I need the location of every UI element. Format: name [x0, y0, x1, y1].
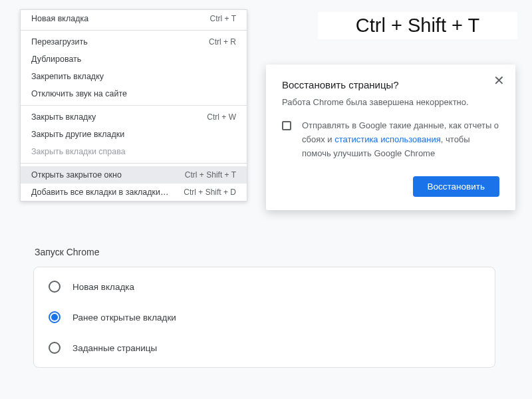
startup-option-label: Новая вкладка: [72, 282, 134, 292]
startup-settings: Запуск Chrome Новая вкладкаРанее открыты…: [33, 247, 495, 368]
menu-item-label: Дублировать: [31, 55, 86, 64]
menu-item-label: Открыть закрытое окно: [31, 170, 127, 180]
menu-item[interactable]: Открыть закрытое окноCtrl + Shift + T: [21, 166, 247, 184]
checkbox-icon[interactable]: [282, 121, 291, 130]
menu-item[interactable]: Закрепить вкладку: [21, 68, 247, 85]
menu-item[interactable]: Закрыть вкладкуCtrl + W: [21, 108, 247, 126]
menu-item[interactable]: ПерезагрузитьCtrl + R: [21, 33, 247, 51]
startup-option[interactable]: Заданные страницы: [34, 332, 495, 363]
menu-item[interactable]: Отключить звук на сайте: [21, 85, 247, 102]
tab-context-menu: Новая вкладкаCtrl + TПерезагрузитьCtrl +…: [20, 9, 247, 201]
menu-item-shortcut: Ctrl + W: [207, 112, 236, 122]
restore-button[interactable]: Восстановить: [413, 176, 499, 197]
usage-stats-link[interactable]: статистика использования: [334, 134, 441, 144]
menu-item-label: Закрепить вкладку: [31, 72, 109, 81]
startup-option-label: Заданные страницы: [72, 343, 157, 353]
usage-stats-row[interactable]: Отправлять в Google такие данные, как от…: [282, 119, 499, 160]
settings-section-title: Запуск Chrome: [35, 247, 495, 257]
menu-item-shortcut: Ctrl + Shift + D: [184, 188, 236, 197]
menu-item-shortcut: Ctrl + T: [210, 14, 236, 23]
menu-item: Закрыть вкладки справа: [21, 143, 247, 160]
shortcut-display: Ctrl + Shift + T: [318, 12, 517, 39]
menu-item-shortcut: Ctrl + Shift + T: [185, 170, 236, 180]
menu-item[interactable]: Новая вкладкаCtrl + T: [21, 10, 247, 27]
dialog-title: Восстановить страницы?: [282, 79, 499, 90]
menu-separator: [21, 30, 247, 31]
settings-card: Новая вкладкаРанее открытые вкладкиЗадан…: [33, 267, 495, 368]
restore-pages-dialog: ✕ Восстановить страницы? Работа Chrome б…: [266, 65, 515, 210]
startup-option-label: Ранее открытые вкладки: [72, 313, 176, 323]
radio-icon[interactable]: [49, 342, 61, 354]
radio-icon[interactable]: [49, 311, 61, 323]
menu-item-label: Перезагрузить: [31, 37, 93, 47]
menu-separator: [21, 163, 247, 164]
startup-option[interactable]: Новая вкладка: [34, 271, 495, 302]
menu-item-label: Отключить звук на сайте: [31, 89, 132, 98]
menu-item-label: Новая вкладка: [31, 14, 94, 23]
menu-item[interactable]: Дублировать: [21, 51, 247, 68]
menu-item[interactable]: Закрыть другие вкладки: [21, 126, 247, 143]
menu-item-label: Закрыть вкладки справа: [31, 147, 131, 156]
close-icon[interactable]: ✕: [493, 74, 505, 87]
menu-separator: [21, 105, 247, 106]
menu-item-label: Закрыть другие вкладки: [31, 130, 130, 139]
menu-item-label: Добавить все вкладки в закладки…: [31, 188, 174, 197]
menu-item[interactable]: Добавить все вкладки в закладки…Ctrl + S…: [21, 184, 247, 201]
dialog-subtitle: Работа Chrome была завершена некорректно…: [282, 97, 499, 107]
startup-option[interactable]: Ранее открытые вкладки: [34, 302, 495, 332]
menu-item-shortcut: Ctrl + R: [209, 37, 236, 47]
checkbox-label: Отправлять в Google такие данные, как от…: [302, 119, 499, 160]
radio-icon[interactable]: [49, 281, 61, 293]
menu-item-label: Закрыть вкладку: [31, 112, 101, 122]
